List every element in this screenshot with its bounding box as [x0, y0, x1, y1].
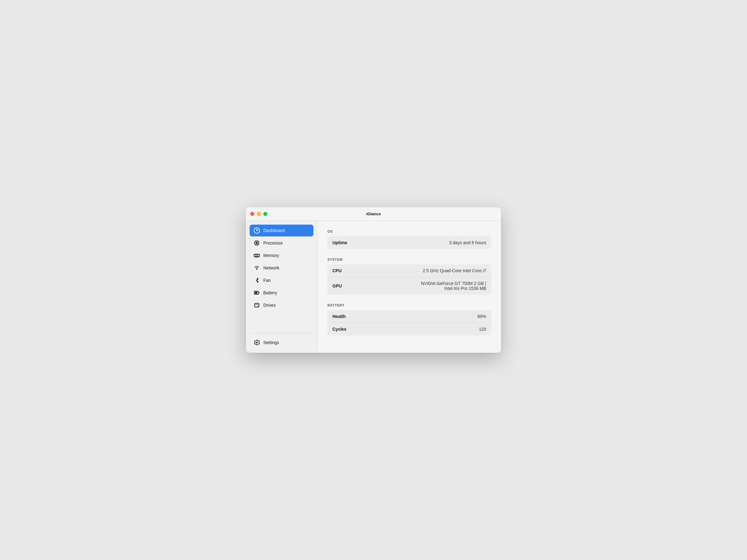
close-button[interactable] — [250, 212, 254, 216]
sidebar-item-fan-label: Fan — [263, 278, 271, 283]
uptime-row: Uptime 3 days and 6 hours — [328, 236, 491, 249]
sidebar-item-fan[interactable]: Fan — [250, 274, 313, 286]
sidebar-item-processor[interactable]: Processor — [250, 237, 313, 249]
section-battery: BATTERY Health 89% Cycles 120 — [328, 303, 491, 336]
battery-info-card: Health 89% Cycles 120 — [328, 310, 491, 336]
uptime-value: 3 days and 6 hours — [449, 240, 486, 245]
fan-icon — [253, 277, 260, 284]
sidebar-nav: Dashboard — [246, 224, 317, 330]
cpu-value: 2.5 GHz Quad-Core Intel Core i7 — [423, 268, 486, 273]
content-area: Dashboard — [246, 221, 501, 353]
uptime-label: Uptime — [332, 240, 347, 245]
section-battery-header: BATTERY — [328, 303, 491, 307]
sidebar-item-network[interactable]: Network — [250, 262, 313, 274]
section-os-header: OS — [328, 230, 491, 233]
sidebar-item-dashboard[interactable]: Dashboard — [250, 224, 313, 236]
cycles-row: Cycles 120 — [328, 323, 491, 336]
sidebar-item-battery-label: Battery — [263, 290, 277, 295]
processor-icon — [253, 240, 260, 246]
cycles-label: Cycles — [332, 327, 346, 331]
svg-rect-16 — [254, 254, 260, 257]
traffic-lights — [250, 212, 267, 216]
network-icon — [253, 264, 260, 271]
svg-rect-29 — [255, 292, 257, 294]
svg-rect-28 — [259, 292, 260, 293]
sidebar-divider — [252, 333, 311, 334]
battery-sidebar-icon — [253, 289, 260, 296]
health-label: Health — [332, 314, 346, 319]
sidebar: Dashboard — [246, 221, 317, 353]
titlebar: iGlance — [246, 207, 501, 221]
section-os: OS Uptime 3 days and 6 hours — [328, 230, 491, 249]
health-value: 89% — [478, 314, 486, 319]
settings-icon — [253, 339, 260, 346]
app-window: iGlance Dashboard — [246, 207, 501, 353]
cycles-value: 120 — [479, 327, 486, 331]
sidebar-item-settings-label: Settings — [263, 340, 279, 345]
gpu-row: GPU NVIDIA GeForce GT 750M 2 GB |Intel I… — [328, 277, 491, 295]
sidebar-item-drives-label: Drives — [263, 303, 276, 308]
window-title: iGlance — [366, 212, 381, 216]
gpu-label: GPU — [332, 284, 342, 288]
sidebar-footer: Settings — [246, 337, 317, 349]
sidebar-item-network-label: Network — [263, 265, 279, 270]
drives-icon — [253, 302, 260, 309]
svg-rect-3 — [256, 242, 258, 244]
sidebar-item-memory-label: Memory — [263, 253, 279, 258]
system-info-card: CPU 2.5 GHz Quad-Core Intel Core i7 GPU … — [328, 264, 491, 295]
sidebar-item-dashboard-label: Dashboard — [263, 228, 285, 233]
cpu-row: CPU 2.5 GHz Quad-Core Intel Core i7 — [328, 264, 491, 277]
section-system-header: SYSTEM — [328, 258, 491, 261]
minimize-button[interactable] — [257, 212, 261, 216]
dashboard-icon — [253, 227, 260, 234]
maximize-button[interactable] — [263, 212, 267, 216]
section-system: SYSTEM CPU 2.5 GHz Quad-Core Intel Core … — [328, 258, 491, 295]
sidebar-item-memory[interactable]: Memory — [250, 249, 313, 261]
gpu-value: NVIDIA GeForce GT 750M 2 GB |Intel Iris … — [421, 281, 486, 291]
main-panel: OS Uptime 3 days and 6 hours SYSTEM CPU … — [317, 221, 501, 353]
cpu-label: CPU — [332, 268, 342, 273]
sidebar-item-drives[interactable]: Drives — [250, 299, 313, 311]
sidebar-item-processor-label: Processor — [263, 240, 283, 245]
svg-point-25 — [256, 268, 257, 270]
health-row: Health 89% — [328, 310, 491, 323]
memory-icon — [253, 252, 260, 259]
sidebar-item-settings[interactable]: Settings — [250, 337, 313, 348]
sidebar-item-battery[interactable]: Battery — [250, 287, 313, 299]
svg-point-26 — [256, 280, 257, 281]
svg-point-1 — [256, 230, 257, 231]
os-info-card: Uptime 3 days and 6 hours — [328, 236, 491, 249]
svg-point-31 — [258, 306, 258, 307]
